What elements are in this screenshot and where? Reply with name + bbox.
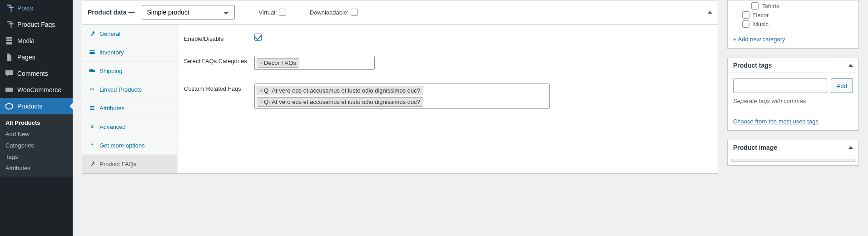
sidebar-item-label: Posts xyxy=(17,5,33,12)
product-categories-panel: Tshirts Decor Music + Add new category xyxy=(727,0,859,49)
product-faqs-content: Enable/Disable Select FAQs Categories × xyxy=(178,25,718,173)
woocommerce-icon xyxy=(5,85,14,94)
category-label: Tshirts xyxy=(762,3,779,10)
gear-icon xyxy=(89,123,96,130)
panel-title: Product image xyxy=(733,144,777,151)
submenu-item-add-new[interactable]: Add New xyxy=(0,128,73,140)
panel-title: Product tags xyxy=(733,62,772,69)
sidebar-submenu: All Products Add New Categories Tags Att… xyxy=(0,114,73,177)
inventory-icon xyxy=(89,49,96,56)
sparkle-icon xyxy=(89,142,96,149)
tags-help-text: Separate tags with commas xyxy=(733,98,853,104)
chip-custom-faq-2: × Q- At vero eos et accusamus et iusto o… xyxy=(257,97,423,107)
tab-attributes[interactable]: Attributes xyxy=(82,99,177,118)
page-icon xyxy=(5,53,14,62)
sidebar-item-label: Media xyxy=(17,37,35,44)
product-data-tabs: General Inventory Shipping Linked P xyxy=(82,25,178,173)
product-type-select[interactable]: Simple product xyxy=(142,5,235,20)
virtual-checkbox[interactable] xyxy=(279,9,286,16)
downloadable-checkbox-label: Downloadable: xyxy=(310,9,358,16)
virtual-checkbox-label: Virtual: xyxy=(258,9,286,16)
downloadable-checkbox[interactable] xyxy=(351,9,358,16)
sidebar-item-products[interactable]: Products xyxy=(0,98,73,114)
link-icon xyxy=(89,86,96,93)
tab-get-more-options[interactable]: Get more options xyxy=(82,136,177,155)
category-label: Music xyxy=(753,21,769,28)
sidebar-item-label: Products xyxy=(17,103,42,110)
chip-decor-faqs: × Decor FAQs xyxy=(257,58,299,68)
category-label: Decor xyxy=(753,12,769,19)
product-data-label: Product data — xyxy=(88,9,134,16)
collapse-toggle-icon[interactable] xyxy=(708,11,712,14)
tag-input[interactable] xyxy=(733,79,827,93)
custom-related-faqs-label: Custom Related Faqs xyxy=(184,84,254,92)
sidebar-item-label: Product Faqs xyxy=(17,21,55,28)
wrench-icon xyxy=(89,30,96,37)
wrench-icon xyxy=(89,160,96,167)
sidebar-item-comments[interactable]: Comments xyxy=(0,65,73,82)
submenu-item-tags[interactable]: Tags xyxy=(0,151,73,162)
tab-label: General xyxy=(99,30,120,37)
faqs-categories-input[interactable]: × Decor FAQs xyxy=(254,56,375,70)
add-tag-button[interactable]: Add xyxy=(831,79,853,93)
truck-icon xyxy=(89,67,96,74)
tab-general[interactable]: General xyxy=(82,25,177,43)
sidebar-item-product-faqs[interactable]: Product Faqs xyxy=(0,16,73,33)
tab-shipping[interactable]: Shipping xyxy=(82,62,177,80)
category-row-decor: Decor xyxy=(742,11,853,19)
sidebar-item-posts[interactable]: Posts xyxy=(0,0,73,16)
pin-icon xyxy=(5,20,14,29)
remove-chip-icon[interactable]: × xyxy=(260,99,263,105)
add-new-category-link[interactable]: + Add new category xyxy=(733,36,785,43)
collapse-toggle-icon[interactable] xyxy=(848,64,853,67)
list-icon xyxy=(89,104,96,112)
category-checkbox-decor[interactable] xyxy=(742,11,749,19)
submenu-item-categories[interactable]: Categories xyxy=(0,140,73,151)
tab-label: Inventory xyxy=(99,49,124,56)
sidebar-item-label: Pages xyxy=(17,54,35,61)
tab-label: Shipping xyxy=(99,68,123,74)
admin-sidebar: Posts Product Faqs Media Pages Comments … xyxy=(0,0,73,236)
tab-label: Get more options xyxy=(99,142,145,149)
remove-chip-icon[interactable]: × xyxy=(260,60,263,66)
tab-label: Advanced xyxy=(99,123,126,130)
product-data-panel: Product data — Simple product Virtual: D… xyxy=(82,0,718,174)
custom-related-faqs-input[interactable]: × Q- At vero eos et accusamus et iusto o… xyxy=(254,84,550,109)
pin-icon xyxy=(5,4,14,13)
category-checkbox-tshirts[interactable] xyxy=(751,2,759,10)
chip-custom-faq-1: × Q- At vero eos et accusamus et iusto o… xyxy=(257,86,423,95)
sidebar-item-woocommerce[interactable]: WooCommerce xyxy=(0,82,73,98)
products-icon xyxy=(5,102,14,111)
category-row-music: Music xyxy=(742,20,853,28)
sidebar-item-pages[interactable]: Pages xyxy=(0,49,73,65)
product-data-header: Product data — Simple product Virtual: D… xyxy=(82,0,718,25)
submenu-item-attributes[interactable]: Attributes xyxy=(0,162,73,174)
svg-rect-0 xyxy=(5,88,13,92)
product-tags-panel: Product tags Add Separate tags with comm… xyxy=(727,58,859,131)
remove-chip-icon[interactable]: × xyxy=(260,88,263,94)
tab-label: Linked Products xyxy=(99,86,142,93)
sidebar-item-label: Comments xyxy=(17,70,48,77)
sidebar-item-label: WooCommerce xyxy=(17,86,61,93)
tab-linked-products[interactable]: Linked Products xyxy=(82,80,177,99)
submenu-item-all-products[interactable]: All Products xyxy=(0,117,73,128)
tab-inventory[interactable]: Inventory xyxy=(82,43,177,62)
image-placeholder[interactable] xyxy=(731,159,855,162)
enable-disable-label: Enable/Disable xyxy=(184,34,254,42)
category-row-tshirts: Tshirts xyxy=(751,2,853,10)
comment-icon xyxy=(5,69,14,78)
select-faqs-categories-label: Select FAQs Categories xyxy=(184,56,254,64)
tab-label: Product FAQs xyxy=(99,161,136,167)
product-image-panel: Product image xyxy=(727,140,859,166)
tab-advanced[interactable]: Advanced xyxy=(82,118,177,136)
media-icon xyxy=(5,36,14,45)
sidebar-item-media[interactable]: Media xyxy=(0,33,73,49)
collapse-toggle-icon[interactable] xyxy=(848,146,853,149)
tab-label: Attributes xyxy=(99,105,124,112)
tab-product-faqs[interactable]: Product FAQs xyxy=(82,155,177,173)
enable-disable-checkbox[interactable] xyxy=(254,34,262,41)
category-checkbox-music[interactable] xyxy=(742,20,749,28)
choose-most-used-tags-link[interactable]: Choose from the most used tags xyxy=(733,118,818,125)
